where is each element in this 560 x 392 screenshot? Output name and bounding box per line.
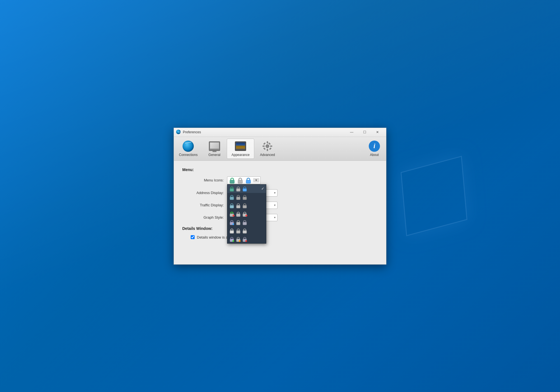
svg-point-25: [246, 214, 248, 216]
window-controls: — ☐ ✕: [345, 128, 384, 137]
graph-style-label: Graph Style:: [182, 215, 227, 220]
svg-rect-7: [269, 143, 271, 145]
svg-rect-20: [243, 205, 247, 208]
tab-general[interactable]: General: [203, 139, 226, 159]
svg-point-38: [245, 240, 247, 242]
svg-rect-17: [243, 197, 247, 200]
option-lock-set-7: [229, 236, 248, 242]
dropdown-option-5[interactable]: [227, 218, 266, 227]
svg-point-36: [239, 240, 241, 242]
tab-advanced[interactable]: Advanced: [255, 139, 279, 159]
advanced-label: Advanced: [260, 153, 275, 157]
address-display-label: Address Display:: [182, 191, 227, 195]
menu-icons-dropdown-wrapper: ▼ ✓: [227, 176, 261, 184]
tab-appearance[interactable]: Appearance: [227, 139, 255, 159]
details-always-on-top-checkbox[interactable]: [191, 235, 195, 239]
lock-icon-1: [228, 177, 236, 184]
svg-rect-30: [230, 230, 234, 233]
svg-rect-16: [236, 197, 240, 200]
lock-icon-3: [245, 177, 252, 184]
svg-rect-9: [230, 180, 234, 183]
option-lock-set-5: [229, 219, 248, 225]
connections-icon: [183, 141, 194, 152]
dropdown-option-4[interactable]: [227, 210, 266, 218]
traffic-display-row: Traffic Display: ▼: [182, 202, 378, 209]
toolbar: Connections General Appearance: [174, 137, 386, 161]
details-window-title: Details Window:: [182, 226, 378, 231]
option-1-checkmark: ✓: [261, 186, 264, 191]
option-lock-set-4: [229, 211, 248, 217]
window-title: Preferences: [183, 130, 345, 134]
svg-rect-1: [267, 141, 268, 143]
dropdown-option-3[interactable]: [227, 201, 266, 210]
menu-section-title: Menu:: [182, 167, 378, 172]
menu-icons-label: Menu Icons:: [182, 178, 227, 182]
dropdown-option-7[interactable]: [227, 235, 266, 243]
svg-point-34: [232, 240, 234, 242]
traffic-display-arrow: ▼: [274, 204, 276, 207]
tab-connections[interactable]: Connections: [174, 139, 202, 159]
appearance-icon: [235, 141, 246, 152]
svg-rect-29: [243, 222, 247, 225]
svg-rect-5: [263, 143, 266, 145]
minimize-button[interactable]: —: [345, 128, 358, 137]
svg-rect-19: [236, 205, 240, 208]
close-button[interactable]: ✕: [371, 128, 384, 137]
option-lock-set-6: [229, 228, 248, 234]
details-window-section: Details Window: Details window is always…: [182, 226, 378, 239]
graph-style-row: Graph Style: ▼: [182, 214, 378, 221]
details-always-on-top-row: Details window is always on top: [191, 235, 378, 239]
dropdown-arrow: ▼: [253, 178, 259, 182]
option-lock-set-3: [229, 202, 248, 209]
graph-style-arrow: ▼: [274, 216, 276, 219]
dropdown-option-1[interactable]: ✓: [227, 185, 266, 193]
dropdown-option-6[interactable]: [227, 227, 266, 235]
toolbar-spacer: [280, 138, 363, 159]
about-icon: i: [369, 141, 380, 152]
about-label: About: [370, 153, 379, 157]
svg-rect-32: [243, 230, 247, 233]
general-icon: [209, 141, 220, 152]
option-lock-set-2: [229, 194, 248, 200]
svg-rect-18: [230, 205, 234, 208]
svg-rect-14: [243, 188, 247, 191]
appearance-label: Appearance: [232, 153, 250, 157]
dropdown-option-2[interactable]: [227, 193, 266, 201]
svg-rect-31: [236, 230, 240, 233]
maximize-button[interactable]: ☐: [358, 128, 371, 137]
svg-rect-23: [236, 214, 240, 216]
svg-rect-28: [236, 222, 240, 225]
app-icon: [176, 130, 181, 135]
svg-rect-15: [230, 197, 234, 200]
traffic-display-label: Traffic Display:: [182, 203, 227, 207]
lock-icon-2: [237, 177, 244, 184]
svg-rect-2: [267, 149, 268, 151]
menu-icons-row: Menu Icons:: [182, 176, 378, 184]
svg-point-27: [232, 223, 234, 225]
svg-point-0: [266, 144, 269, 148]
option-lock-set-1: [229, 186, 248, 192]
preferences-window: Preferences — ☐ ✕ Connections General: [174, 128, 386, 265]
selected-lock-set: [228, 177, 252, 184]
svg-rect-11: [246, 180, 251, 183]
svg-point-22: [233, 214, 235, 216]
svg-rect-8: [263, 148, 266, 150]
address-display-arrow: ▼: [274, 192, 276, 194]
svg-rect-6: [269, 148, 272, 150]
menu-icons-trigger[interactable]: ▼: [227, 176, 261, 184]
advanced-icon: [262, 141, 273, 152]
general-label: General: [208, 153, 220, 157]
svg-rect-13: [236, 188, 240, 191]
svg-rect-3: [263, 146, 265, 147]
menu-icons-dropdown-panel: ✓: [227, 184, 266, 244]
svg-rect-4: [270, 146, 272, 147]
connections-label: Connections: [179, 153, 198, 157]
svg-rect-10: [238, 180, 242, 183]
tab-about[interactable]: i About: [363, 139, 386, 159]
svg-rect-12: [230, 188, 234, 191]
content-area: Menu: Menu Icons:: [174, 161, 386, 264]
address-display-row: Address Display: ▼: [182, 189, 378, 197]
title-bar: Preferences — ☐ ✕: [174, 128, 386, 137]
